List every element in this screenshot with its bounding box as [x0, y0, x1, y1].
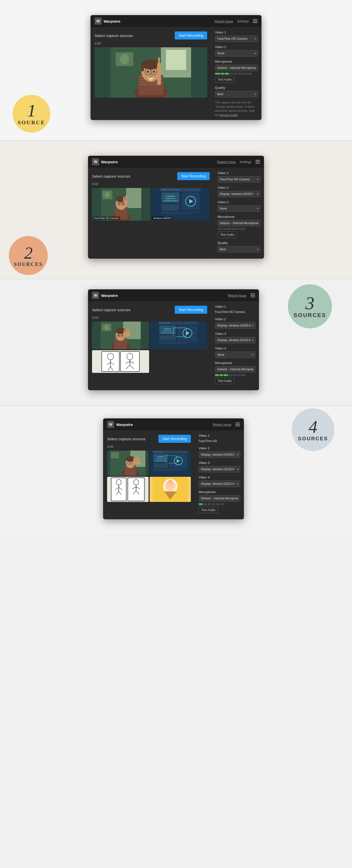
report-issue-link-2[interactable]: Report Issue — [217, 160, 235, 164]
test-audio-btn-4[interactable]: Test Audio — [199, 507, 218, 513]
hamburger-menu-3[interactable] — [250, 293, 255, 297]
quality-select-wrapper-1: Best — [215, 91, 258, 97]
camera-feed-3 — [92, 321, 149, 349]
video2-group-2: Video 2 Display: window:14028:0 — [218, 186, 260, 197]
section-3: 3 Sources W Warpwire Report Issue — [0, 279, 352, 405]
video2-label-2: Video 2 — [218, 186, 260, 189]
svg-point-65 — [118, 335, 119, 336]
video2-label-4: Video 2 — [199, 446, 241, 450]
person-svg-4 — [107, 451, 149, 476]
start-recording-btn-1[interactable]: Start Recording — [175, 31, 207, 39]
video1-label: Video 1 — [215, 30, 258, 34]
test-audio-btn-1[interactable]: Test Audio — [215, 76, 234, 83]
sketch-svg-4 — [107, 477, 149, 502]
video-grid-4: A platform dedicated to educational vide… — [107, 451, 191, 502]
svg-text:educational video: educational video — [161, 332, 173, 333]
video2-select[interactable]: None — [215, 50, 258, 57]
video1-group: Video 1 FaceTime HD Camera — [215, 30, 258, 42]
settings-label-2[interactable]: Settings — [239, 160, 251, 164]
video3-select-4[interactable]: Display: window:19132:0 — [199, 466, 241, 472]
video4-select-3[interactable]: None — [215, 351, 255, 358]
person-svg-1 — [95, 47, 207, 98]
preview-panel-1: Select capture sources Start Recording 0… — [91, 27, 211, 120]
video3-group-4: Video 3 Display: window:19132:0 — [199, 461, 241, 472]
video1-select[interactable]: FaceTime HD Camera — [215, 35, 258, 42]
mic-select-4[interactable]: Default – Internal Microphone (B… — [199, 495, 241, 502]
meter-2-3 — [227, 228, 231, 230]
meter-2-5 — [236, 228, 239, 230]
start-recording-btn-4[interactable]: Start Recording — [158, 435, 191, 443]
svg-rect-26 — [126, 188, 141, 208]
app-body-3: Select capture sources Start Recording 0… — [88, 302, 259, 390]
mic-select-3[interactable]: Default – Internal Microphone (B… — [215, 366, 255, 373]
app-window-3: W Warpwire Report Issue Selec — [88, 289, 259, 390]
app-window-2: W Warpwire Report Issue Settings — [88, 156, 264, 259]
hamburger-menu-4[interactable] — [235, 423, 240, 426]
mic-select-2[interactable]: Default – Internal Microphone (B… — [218, 220, 260, 226]
hamburger-menu-2[interactable] — [255, 160, 260, 163]
icecream-svg-4 — [150, 477, 191, 502]
video2-select-3[interactable]: Display: window:14028:0 — [215, 322, 255, 329]
svg-rect-118 — [159, 451, 163, 453]
start-recording-btn-2[interactable]: Start Recording — [177, 172, 210, 180]
svg-rect-38 — [123, 197, 125, 202]
bubble-3-sources: 3 Sources — [288, 284, 332, 328]
screen-feed-4: A platform dedicated to educational vide… — [150, 451, 191, 476]
bubble-2-sources: 2 Sources — [9, 236, 48, 275]
support-guide-link-1[interactable]: Support Guide. — [220, 114, 238, 117]
svg-rect-2 — [166, 50, 186, 70]
video4-select-4[interactable]: Display: window:19221:0 — [199, 480, 241, 487]
start-recording-btn-3[interactable]: Start Recording — [175, 306, 207, 314]
video1-select-2[interactable]: FaceTime HD Camera — [218, 176, 260, 183]
meter-bar-7 — [244, 73, 248, 75]
bubble-4-label: Sources — [298, 436, 328, 441]
hamburger-line-2-4 — [235, 424, 240, 425]
preview-header-3: Select capture sources Start Recording — [92, 306, 207, 314]
quality-select-2[interactable]: Best — [218, 246, 260, 253]
quality-select-1[interactable]: Best — [215, 91, 258, 97]
video3-select-2[interactable]: None — [218, 205, 260, 212]
video4-group-3: Video 4 None — [215, 346, 255, 358]
test-audio-btn-2[interactable]: Test Audio — [218, 231, 237, 238]
svg-rect-42 — [161, 189, 167, 191]
header-right-4: Report Issue — [213, 423, 240, 427]
video-thumb-camera-4 — [107, 451, 149, 476]
microphone-group-1: Microphone Default – Internal Microphone… — [215, 60, 258, 83]
brand-name-4: Warpwire — [116, 423, 133, 427]
warpwire-logo-icon-4: W — [107, 421, 114, 428]
svg-text:educational video: educational video — [155, 460, 166, 461]
meter-4-4 — [212, 503, 215, 505]
video2-select-2[interactable]: Display: window:14028:0 — [218, 191, 260, 197]
hamburger-line-2-3 — [250, 295, 255, 296]
settings-panel-1: Video 1 FaceTime HD Camera Video 2 None — [211, 27, 261, 120]
svg-rect-44 — [174, 189, 180, 191]
report-issue-link[interactable]: Report Issue — [215, 19, 233, 23]
video3-label-2: Video 3 — [218, 200, 260, 204]
svg-rect-103 — [111, 452, 119, 458]
meter-2-4 — [231, 228, 235, 230]
hamburger-menu[interactable] — [253, 19, 257, 23]
audio-meter-1 — [215, 73, 258, 75]
sketch-svg-3 — [92, 350, 149, 373]
meter-2-2 — [223, 228, 226, 230]
video4-label-3: Video 4 — [215, 346, 255, 350]
hamburger-line-1-4 — [235, 423, 240, 423]
video3-group-3: Video 3 Display: window:19132:0 — [215, 332, 255, 343]
svg-rect-39 — [125, 195, 127, 200]
svg-text:A platform: A platform — [157, 456, 164, 457]
mic-select-1[interactable]: Default – Internal Microphone (B… — [215, 65, 258, 71]
hamburger-line-2 — [253, 21, 257, 21]
svg-point-28 — [105, 192, 110, 198]
test-audio-btn-3[interactable]: Test Audio — [215, 378, 234, 384]
report-issue-link-4[interactable]: Report Issue — [213, 423, 231, 427]
video2-select-4[interactable]: Display: window:14028:0 — [199, 452, 241, 458]
screen-svg-4: A platform dedicated to educational vide… — [150, 451, 191, 476]
video1-group-4: Video 1 FaceTime HD — [199, 434, 241, 443]
report-issue-link-3[interactable]: Report Issue — [228, 293, 247, 298]
header-right-3: Report Issue — [228, 293, 255, 298]
preview-timer-1: 0:00 — [95, 41, 207, 45]
settings-label[interactable]: Settings — [237, 19, 249, 23]
meter-4-5 — [216, 503, 220, 505]
video3-select-3[interactable]: Display: window:19132:0 — [215, 337, 255, 343]
meter-bar-2 — [221, 73, 224, 75]
